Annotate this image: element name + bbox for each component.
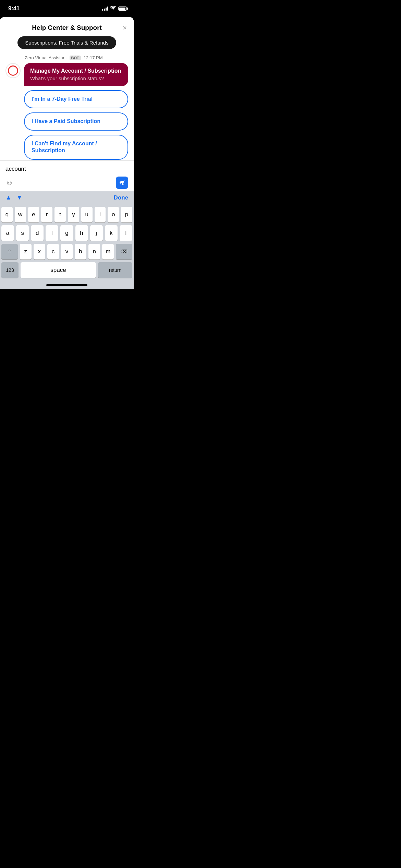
autocomplete-bar: ▲ ▼ Done (0, 191, 134, 204)
key-i[interactable]: i (95, 207, 106, 222)
chat-area: Subscriptions, Free Trials & Refunds Zer… (0, 36, 134, 160)
key-space[interactable]: space (21, 262, 96, 278)
key-a[interactable]: a (1, 225, 14, 241)
close-button[interactable]: × (123, 24, 127, 32)
options-area: I'm In a 7-Day Free Trial I Have a Paid … (5, 90, 128, 160)
bot-avatar (5, 63, 21, 78)
status-icons (102, 6, 127, 11)
key-q[interactable]: q (1, 207, 13, 222)
input-actions: ☺ (5, 177, 128, 189)
app-container: Help Center & Support × Subscriptions, F… (0, 17, 134, 289)
bot-message-content: Manage My Account / Subscription What's … (5, 63, 128, 86)
key-f[interactable]: f (46, 225, 58, 241)
keyboard-row-1: q w e r t y u i o p (1, 207, 132, 222)
wifi-icon (110, 6, 116, 11)
key-c[interactable]: c (47, 244, 59, 260)
status-bar: 9:41 (0, 0, 134, 17)
bot-timestamp: 12:17 PM (84, 55, 103, 60)
header: Help Center & Support × (0, 17, 134, 36)
bot-meta: Zero Virtual Assistant BOT 12:17 PM (5, 55, 128, 60)
signal-icon (102, 7, 108, 11)
status-time: 9:41 (8, 5, 20, 12)
key-return[interactable]: return (98, 262, 132, 278)
keyboard-row-2: a s d f g h j k l (1, 225, 132, 241)
key-x[interactable]: x (34, 244, 45, 260)
key-l[interactable]: l (120, 225, 132, 241)
key-n[interactable]: n (88, 244, 100, 260)
key-o[interactable]: o (108, 207, 119, 222)
option-cant-find[interactable]: I Can't Find my Account / Subscription (24, 135, 128, 160)
category-pill: Subscriptions, Free Trials & Refunds (17, 36, 116, 49)
nav-arrows: ▲ ▼ (5, 194, 23, 201)
option-free-trial[interactable]: I'm In a 7-Day Free Trial (24, 90, 128, 108)
keyboard: q w e r t y u i o p a s d f g h j k l ⇧ … (0, 204, 134, 282)
home-indicator (46, 284, 87, 286)
key-backspace[interactable]: ⌫ (116, 244, 132, 260)
bot-name: Zero Virtual Assistant (25, 55, 67, 60)
bot-bubble-subtitle: What's your subscription status? (30, 75, 122, 81)
key-e[interactable]: e (28, 207, 39, 222)
text-input-row (5, 164, 128, 174)
keyboard-row-4: 123 space return (1, 262, 132, 278)
bot-badge: BOT (70, 56, 81, 60)
key-g[interactable]: g (60, 225, 73, 241)
battery-icon (118, 7, 127, 11)
key-s[interactable]: s (16, 225, 29, 241)
option-paid-subscription[interactable]: I Have a Paid Subscription (24, 112, 128, 131)
next-suggestion-button[interactable]: ▼ (16, 194, 23, 201)
message-input[interactable] (5, 164, 128, 174)
bot-bubble: Manage My Account / Subscription What's … (24, 63, 128, 86)
key-u[interactable]: u (81, 207, 93, 222)
key-d[interactable]: d (31, 225, 44, 241)
home-bar (0, 282, 134, 289)
key-k[interactable]: k (105, 225, 118, 241)
input-area: ☺ (0, 161, 134, 191)
page-title: Help Center & Support (32, 24, 102, 32)
key-p[interactable]: p (121, 207, 132, 222)
emoji-button[interactable]: ☺ (5, 178, 13, 187)
key-z[interactable]: z (20, 244, 32, 260)
key-j[interactable]: j (90, 225, 103, 241)
key-t[interactable]: t (54, 207, 66, 222)
key-y[interactable]: y (68, 207, 79, 222)
key-r[interactable]: r (41, 207, 52, 222)
bot-message-row: Zero Virtual Assistant BOT 12:17 PM Mana… (5, 55, 128, 86)
key-b[interactable]: b (75, 244, 86, 260)
key-w[interactable]: w (15, 207, 26, 222)
key-numbers[interactable]: 123 (1, 262, 19, 278)
key-v[interactable]: v (61, 244, 73, 260)
key-m[interactable]: m (102, 244, 114, 260)
bot-avatar-ring (8, 65, 18, 76)
done-button[interactable]: Done (114, 194, 129, 201)
key-shift[interactable]: ⇧ (1, 244, 18, 260)
send-button[interactable] (116, 177, 128, 189)
keyboard-row-3: ⇧ z x c v b n m ⌫ (1, 244, 132, 260)
key-h[interactable]: h (75, 225, 88, 241)
bot-bubble-title: Manage My Account / Subscription (30, 68, 122, 74)
prev-suggestion-button[interactable]: ▲ (5, 194, 12, 201)
